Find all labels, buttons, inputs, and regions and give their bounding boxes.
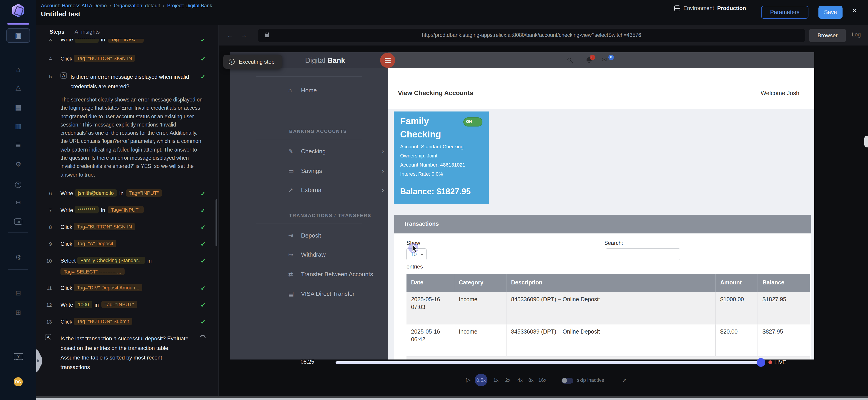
gear-icon[interactable]: ⚙ bbox=[0, 160, 36, 169]
url-bar[interactable]: http://prod.dbank.staging-apps.relicx.ai… bbox=[258, 29, 805, 42]
breadcrumb-organization[interactable]: Organization: default bbox=[114, 3, 160, 8]
harness-logo[interactable] bbox=[12, 4, 24, 17]
account-toggle[interactable]: ON bbox=[463, 117, 483, 126]
pipelines-icon[interactable]: ∺ bbox=[0, 198, 36, 207]
lab-icon[interactable]: △ bbox=[0, 83, 36, 92]
skip-inactive-toggle[interactable] bbox=[562, 378, 574, 383]
sidebar-toggle-button[interactable] bbox=[380, 53, 395, 68]
step-row-6[interactable]: 6 Write jsmith@demo.io in Tag="INPUT" ✓ bbox=[36, 189, 216, 198]
step-row-3[interactable]: 3 Write ********* in Tag="INPUT" ✓ bbox=[36, 39, 216, 44]
step-target-chip[interactable]: Tag="BUTTON" SIGN IN bbox=[74, 223, 135, 230]
step-row-11[interactable]: 11 Click Tag="DIV" Deposit Amoun... ✓ bbox=[36, 284, 216, 292]
speed-2x-button[interactable]: 2x bbox=[505, 377, 510, 383]
sidebar-item-external[interactable]: ↗External bbox=[288, 187, 322, 193]
col-header-amount[interactable]: Amount bbox=[715, 274, 757, 292]
step-row-assert-pending[interactable]: A Is the last transaction a successful d… bbox=[36, 334, 216, 372]
step-value-chip[interactable]: Family Checking (Standar... bbox=[77, 257, 145, 264]
step-target-chip[interactable]: Tag="BUTTON" SIGN IN bbox=[74, 55, 135, 62]
speed-1x-button[interactable]: 1x bbox=[493, 377, 499, 383]
step-number: 6 bbox=[36, 190, 52, 198]
table-row[interactable]: 2025-05-16 06:42 Income 845336089 (DPT) … bbox=[406, 324, 810, 356]
step-target-chip[interactable]: Tag="INPUT" bbox=[101, 301, 137, 308]
modules-icon[interactable]: ▣ bbox=[6, 28, 30, 43]
project-settings-icon[interactable]: ⊟ bbox=[0, 288, 36, 297]
step-target-chip[interactable]: Tag="BUTTON" Submit bbox=[74, 318, 132, 325]
step-target-chip[interactable]: Tag="A" Deposit bbox=[74, 240, 116, 247]
user-avatar[interactable]: DC bbox=[13, 377, 23, 387]
fullscreen-icon[interactable]: ↔ bbox=[619, 375, 628, 384]
play-button[interactable]: ▷ bbox=[466, 376, 471, 383]
speed-0.5x-button[interactable]: 0.5x bbox=[475, 374, 488, 387]
search-input[interactable] bbox=[606, 249, 680, 260]
mail-icon[interactable]: ✉ bbox=[601, 56, 607, 63]
step-row-5[interactable]: 5 AIs there an error message displayed w… bbox=[36, 73, 216, 91]
checklist-icon[interactable]: ≣ bbox=[0, 140, 36, 149]
col-header-category[interactable]: Category bbox=[454, 274, 506, 292]
sidebar-item-deposit[interactable]: ⇥Deposit bbox=[288, 232, 321, 239]
url-text[interactable]: http://prod.dbank.staging-apps.relicx.ai… bbox=[258, 32, 805, 38]
search-icon[interactable] bbox=[567, 58, 571, 61]
back-icon[interactable]: ← bbox=[227, 31, 233, 39]
col-header-description[interactable]: Description bbox=[506, 274, 715, 292]
step-target-chip[interactable]: Tag="SELECT" ---------- ... bbox=[60, 268, 124, 275]
environment-value[interactable]: Production bbox=[717, 5, 746, 11]
welcome-text: Welcome Josh bbox=[761, 90, 799, 96]
tab-steps[interactable]: Steps bbox=[50, 29, 64, 35]
step-row-10[interactable]: 10 Select Family Checking (Standar... in… bbox=[36, 257, 216, 276]
bank-logo[interactable]: Digital Bank bbox=[305, 52, 345, 68]
ci-infinity-icon[interactable]: ∞ bbox=[0, 217, 36, 226]
step-row-12[interactable]: 12 Write 1000 in Tag="INPUT" ✓ bbox=[36, 301, 216, 309]
help-chat-icon[interactable]: ? bbox=[13, 353, 23, 360]
col-header-balance[interactable]: Balance bbox=[757, 274, 810, 292]
close-icon[interactable]: ✕ bbox=[852, 7, 857, 14]
steps-scrollbar[interactable] bbox=[216, 199, 217, 246]
brand-light: Digital bbox=[305, 56, 325, 64]
step-target-chip[interactable]: Tag="DIV" Deposit Amoun... bbox=[74, 284, 143, 291]
save-button[interactable]: Save bbox=[818, 6, 842, 19]
sidebar-item-home[interactable]: ⌂Home bbox=[288, 87, 317, 94]
step-success-icon: ✓ bbox=[200, 55, 206, 63]
org-settings-icon[interactable]: ⊞ bbox=[0, 308, 36, 317]
step-target-chip[interactable]: Tag="INPUT" bbox=[107, 206, 144, 213]
settings-icon[interactable]: ⚙ bbox=[0, 253, 36, 262]
sidebar-item-transfer[interactable]: ⇄Transfer Between Accounts bbox=[288, 271, 373, 278]
col-header-date[interactable]: Date bbox=[406, 274, 454, 292]
boards-icon[interactable]: ▥ bbox=[0, 121, 36, 131]
family-checking-card[interactable]: Family Checking ON Account: Standard Che… bbox=[394, 112, 489, 204]
steps-list[interactable]: 3 Write ********* in Tag="INPUT" ✓ 4 Cli… bbox=[36, 39, 216, 394]
step-value-chip[interactable]: 1000 bbox=[74, 301, 92, 308]
forward-icon[interactable]: → bbox=[241, 31, 247, 39]
playback-scrubber[interactable] bbox=[756, 358, 765, 367]
horizontal-scrollbar[interactable] bbox=[36, 396, 868, 400]
breadcrumb-account[interactable]: Account: Harness AITA Demo bbox=[41, 3, 106, 8]
table-row[interactable]: 2025-05-16 07:03 Income 845336090 (DPT) … bbox=[406, 292, 810, 324]
speed-4x-button[interactable]: 4x bbox=[518, 377, 523, 383]
step-row-7[interactable]: 7 Write ********* in Tag="INPUT" ✓ bbox=[36, 206, 216, 215]
step-value-chip[interactable]: ********* bbox=[74, 206, 98, 213]
step-value-chip[interactable]: ********* bbox=[74, 39, 98, 43]
step-row-13[interactable]: 13 Click Tag="BUTTON" Submit ✓ bbox=[36, 318, 216, 326]
sidebar-item-visa-transfer[interactable]: ▤VISA Direct Transfer bbox=[288, 290, 355, 297]
step-target-chip[interactable]: Tag="INPUT" bbox=[107, 39, 144, 43]
parameters-button[interactable]: Parameters bbox=[761, 6, 808, 19]
sidebar-item-checking[interactable]: ✎Checking bbox=[288, 148, 326, 155]
playback-progress-bar[interactable] bbox=[336, 361, 761, 364]
sidebar-item-savings[interactable]: ▭Savings bbox=[288, 168, 322, 174]
log-view-button[interactable]: Log bbox=[851, 31, 861, 38]
browser-view-button[interactable]: Browser bbox=[809, 29, 846, 42]
step-row-8[interactable]: 8 Click Tag="BUTTON" SIGN IN ✓ bbox=[36, 223, 216, 231]
speed-8x-button[interactable]: 8x bbox=[528, 377, 534, 383]
breadcrumb-project[interactable]: Project: Digital Bank bbox=[167, 3, 212, 8]
tab-ai-insights[interactable]: AI insights bbox=[74, 29, 100, 35]
home-icon[interactable]: ⌂ bbox=[0, 65, 36, 74]
speed-16x-button[interactable]: 16x bbox=[538, 377, 547, 383]
step-row-4[interactable]: 4 Click Tag="BUTTON" SIGN IN ✓ bbox=[36, 55, 216, 63]
step-value-chip[interactable]: jsmith@demo.io bbox=[74, 189, 117, 197]
step-row-9[interactable]: 9 Click Tag="A" Deposit ✓ bbox=[36, 240, 216, 248]
right-panel-handle[interactable] bbox=[864, 136, 868, 147]
step-target-chip[interactable]: Tag="INPUT" bbox=[126, 189, 162, 197]
table-header-row[interactable]: Date Category Description Amount Balance bbox=[406, 274, 810, 292]
support-icon[interactable]: ? bbox=[0, 179, 36, 189]
sidebar-item-withdraw[interactable]: ↦Withdraw bbox=[288, 251, 326, 258]
table-icon[interactable]: ▦ bbox=[0, 103, 36, 112]
